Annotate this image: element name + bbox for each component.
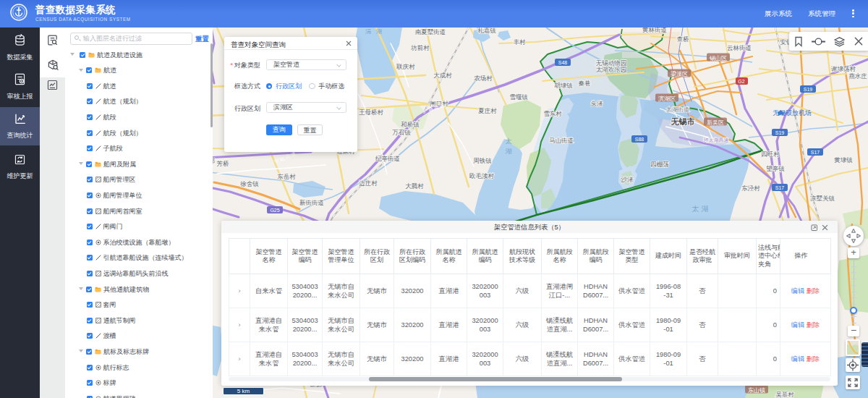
svg-text:湖: 湖	[506, 148, 512, 155]
svg-text:新吴区: 新吴区	[707, 119, 724, 126]
svg-text:环太湖高速: 环太湖高速	[704, 137, 729, 143]
svg-text:丰村: 丰村	[514, 38, 527, 46]
svg-text:无锡市: 无锡市	[671, 117, 695, 126]
svg-text:S17: S17	[775, 185, 785, 190]
svg-text:坊前村: 坊前村	[410, 44, 430, 51]
svg-text:锡山区: 锡山区	[709, 55, 727, 62]
svg-text:太: 太	[506, 137, 512, 145]
svg-text:太湖欢乐园: 太湖欢乐园	[596, 66, 627, 73]
svg-text:凉墅关镇: 凉墅关镇	[810, 195, 835, 202]
svg-text:S19: S19	[804, 87, 813, 92]
svg-text:马山街道: 马山街道	[549, 137, 574, 144]
svg-text:雪堰镇: 雪堰镇	[509, 93, 528, 101]
svg-text:东泾村: 东泾村	[741, 185, 760, 192]
svg-text:燕水庄: 燕水庄	[848, 72, 867, 80]
svg-text:欧毛渎村: 欧毛渎村	[469, 172, 495, 179]
svg-text:太湖街道: 太湖街道	[666, 106, 689, 113]
svg-text:农场村: 农场村	[474, 75, 493, 82]
svg-text:梁溪区: 梁溪区	[671, 70, 688, 77]
svg-text:S19: S19	[775, 130, 785, 135]
svg-text:黄埭镇: 黄埭镇	[833, 156, 853, 164]
svg-text:芳桥: 芳桥	[217, 160, 230, 167]
svg-text:四旺村: 四旺村	[761, 151, 780, 158]
svg-text:S48: S48	[558, 60, 568, 65]
svg-text:纪亭街道: 纪亭街道	[375, 155, 400, 162]
svg-text:联庆村: 联庆村	[396, 63, 415, 70]
svg-text:沙渚: 沙渚	[621, 176, 634, 183]
svg-text:秦巷: 秦巷	[579, 80, 592, 87]
svg-text:新街街道: 新街街道	[299, 199, 324, 206]
svg-text:胡埭镇: 胡埭镇	[554, 82, 573, 89]
svg-text:南夏墅街道: 南夏墅街道	[415, 28, 446, 35]
svg-text:东山镇: 东山镇	[748, 387, 765, 394]
svg-text:四棚荡: 四棚荡	[650, 161, 669, 168]
svg-text:G2: G2	[738, 79, 744, 84]
svg-text:黄林街道: 黄林街道	[642, 27, 667, 33]
svg-text:东岳村: 东岳村	[277, 173, 296, 180]
svg-text:边庄村: 边庄村	[359, 179, 378, 187]
svg-text:雪东村: 雪东村	[543, 110, 562, 117]
svg-text:周铁镇: 周铁镇	[473, 157, 492, 164]
svg-text:谢埭荡村: 谢埭荡村	[831, 65, 856, 72]
svg-text:S17: S17	[811, 150, 820, 155]
svg-text:和桥镇: 和桥镇	[401, 121, 420, 128]
svg-text:滆: 滆	[365, 28, 371, 35]
svg-text:吴慕村: 吴慕村	[775, 391, 794, 398]
svg-text:湖: 湖	[376, 28, 382, 35]
svg-text:大腾村: 大腾村	[405, 182, 424, 190]
svg-text:头渚: 头渚	[591, 100, 603, 107]
svg-text:查桥: 查桥	[677, 35, 690, 43]
svg-text:礼嘉镇: 礼嘉镇	[477, 27, 496, 34]
svg-text:徐舍镇: 徐舍镇	[240, 180, 259, 187]
svg-text:云林街道: 云林街道	[727, 44, 752, 51]
svg-text:夏庄村: 夏庄村	[478, 107, 497, 114]
svg-text:万石镇: 万石镇	[392, 129, 411, 136]
svg-text:望亭镇: 望亭镇	[766, 165, 785, 172]
svg-text:王母桥村: 王母桥村	[359, 109, 384, 116]
svg-text:S88: S88	[635, 137, 644, 142]
svg-text:滨湖区: 滨湖区	[658, 96, 676, 102]
svg-text:太 湖: 太 湖	[692, 205, 709, 213]
svg-text:G25: G25	[270, 208, 279, 213]
svg-text:大成村: 大成村	[433, 72, 452, 79]
